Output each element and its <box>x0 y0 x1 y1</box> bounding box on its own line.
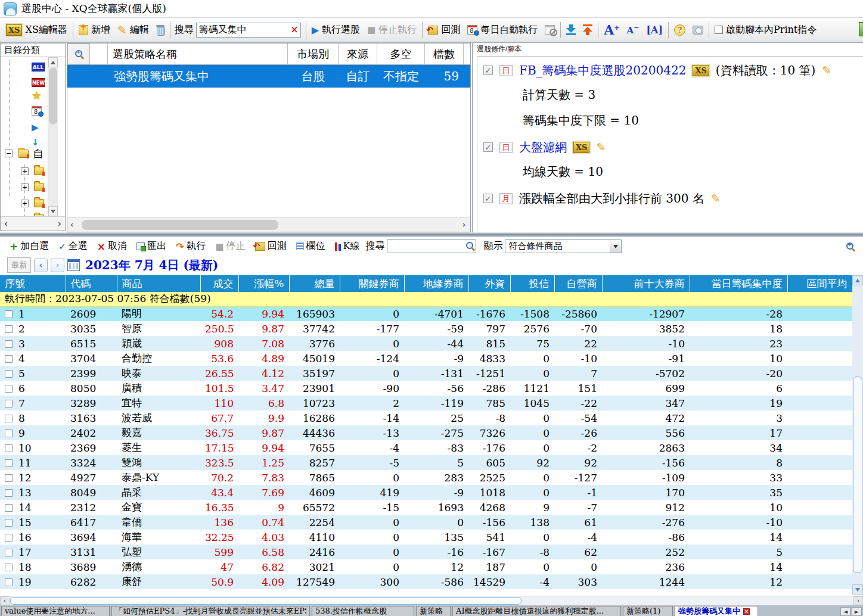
display-dropdown[interactable]: 符合條件商品 <box>505 239 622 253</box>
add-button[interactable]: 新增 <box>75 22 114 38</box>
delete-button[interactable] <box>153 23 168 37</box>
calendar-picker-icon[interactable] <box>67 259 80 271</box>
add-watchlist-button[interactable]: +加自選 <box>5 239 54 254</box>
result-vertical-scrollbar[interactable] <box>852 275 863 595</box>
condition-checkbox[interactable]: ✓ <box>483 66 493 75</box>
export-button[interactable] <box>579 23 596 37</box>
stock-row[interactable]: 173131弘塑5996.5824160-16-167-8622525 <box>0 545 852 559</box>
row-checkbox[interactable] <box>5 519 13 527</box>
latest-button[interactable]: 最新 <box>7 257 31 273</box>
tab-scroll-left-button[interactable]: ◄ <box>840 607 850 616</box>
scroll-left-button[interactable]: ‹ <box>70 220 74 230</box>
column-header[interactable]: 代碼 <box>66 275 117 292</box>
panel-splitter[interactable] <box>0 232 863 237</box>
cancel-auto-button[interactable] <box>541 23 558 36</box>
run-screen-button[interactable]: ▶ 執行選股 <box>308 22 364 38</box>
kline-button[interactable]: K線 <box>330 239 365 254</box>
expand-expander[interactable]: + <box>21 167 29 175</box>
header-direction[interactable]: 多空 <box>377 43 425 64</box>
strategy-tab[interactable]: 新策略(1) <box>623 606 673 616</box>
catalog-item-all[interactable]: ALL <box>32 60 46 72</box>
row-checkbox[interactable] <box>5 504 13 512</box>
magnifier-icon[interactable] <box>465 241 474 250</box>
scroll-left-button[interactable]: ‹ <box>0 596 10 605</box>
xs-script-icon[interactable]: XS <box>573 142 589 153</box>
column-header[interactable]: 總量 <box>289 275 340 292</box>
column-header[interactable]: 外資 <box>468 275 510 292</box>
strategy-tab[interactable]: 新策略 <box>416 606 451 616</box>
tab-scroll-right-button[interactable]: ► <box>852 607 862 616</box>
scroll-thumb[interactable] <box>10 597 521 605</box>
result-horizontal-scrollbar[interactable]: ‹ › <box>0 596 863 605</box>
stock-row[interactable]: 102369菱生17.159.947655-4-83-1760-2286334 <box>0 440 852 455</box>
row-checkbox[interactable] <box>5 444 13 452</box>
print-checkbox[interactable] <box>715 26 723 34</box>
xs-editor-button[interactable]: XS XS編輯器 <box>2 22 71 38</box>
column-header[interactable]: 關鍵券商 <box>340 275 404 292</box>
stock-row[interactable]: 52399映泰26.554.12351970-131-125107-5702-2… <box>0 366 852 381</box>
cancel-button[interactable]: ×取消 <box>92 239 132 254</box>
row-checkbox[interactable] <box>5 325 13 333</box>
select-all-button[interactable]: ✓全選 <box>54 239 92 254</box>
row-checkbox[interactable] <box>5 340 13 348</box>
row-checkbox[interactable] <box>5 564 13 571</box>
scroll-left-button[interactable]: ‹ <box>4 218 8 229</box>
stock-row[interactable]: 163694海華32.254.03411001355410-4-8614 <box>0 530 852 545</box>
catalog-item-favorite[interactable]: ★ <box>32 90 46 102</box>
condition-checkbox[interactable]: ✓ <box>483 194 493 203</box>
columns-button[interactable]: 欄位 <box>291 239 330 254</box>
row-checkbox[interactable] <box>5 459 13 467</box>
stock-row[interactable]: 142312金寶16.35965572-15169342689-791210 <box>0 500 852 515</box>
edit-pencil-icon[interactable]: ✎ <box>596 142 606 153</box>
collapse-expander[interactable]: − <box>5 150 13 157</box>
edit-button[interactable]: ✎ 編輯 <box>114 22 153 38</box>
help-button[interactable]: ? <box>670 23 689 38</box>
stock-row[interactable]: 83163波若威67.79.916286-1425-80-544723 <box>0 410 852 425</box>
strategy-tab[interactable]: 「如何預估EPS4」-找到月營收成長亮眼並預估未來EPS... <box>111 606 310 616</box>
zoom-icon[interactable]: + <box>846 242 855 251</box>
row-checkbox[interactable] <box>5 489 13 497</box>
catalog-item-schedule[interactable]: 8 <box>32 106 46 118</box>
xs-script-icon[interactable]: XS <box>693 65 709 76</box>
strategy-search-button[interactable]: + <box>67 43 90 64</box>
row-checkbox[interactable] <box>5 310 13 318</box>
scroll-up-button[interactable] <box>48 57 58 67</box>
backtest-button[interactable]: 回測 <box>250 239 291 254</box>
clear-search-icon[interactable]: × <box>290 24 298 35</box>
strategy-tab[interactable]: 強勢股籌碼又集中× <box>675 606 758 616</box>
result-search-input[interactable] <box>387 239 476 253</box>
column-header[interactable]: 漲幅% <box>238 275 289 292</box>
row-checkbox[interactable] <box>5 385 13 393</box>
row-checkbox[interactable] <box>5 415 13 422</box>
column-header[interactable]: 序號 <box>0 275 66 292</box>
daily-auto-button[interactable]: 8 每日自動執行 <box>464 22 541 38</box>
stock-row[interactable]: 183689湧德476.8230210121870023614 <box>0 559 852 574</box>
stock-row[interactable]: 68050廣積101.53.4723901-90-56-286112115169… <box>0 381 852 396</box>
edit-pencil-icon[interactable]: ✎ <box>711 193 721 204</box>
column-header[interactable]: 當日籌碼集中度 <box>690 275 787 292</box>
column-header[interactable]: 成交 <box>200 275 238 292</box>
scroll-right-button[interactable]: › <box>853 596 863 605</box>
row-checkbox[interactable] <box>5 474 13 482</box>
prev-day-button[interactable]: ‹ <box>34 259 48 272</box>
stock-row[interactable]: 73289宜特1106.8107232-1197851045-2234719 <box>0 396 852 410</box>
scroll-thumb[interactable] <box>49 68 57 125</box>
folder-label[interactable]: 自 <box>33 147 44 161</box>
import-button[interactable] <box>563 23 579 37</box>
stock-row[interactable]: 23035智原250.59.8737742-177-597972576-7038… <box>0 321 852 336</box>
strategy-tab[interactable]: 538.投信作帳概念股 <box>312 606 414 616</box>
font-default-button[interactable]: [A] <box>642 23 666 38</box>
column-header[interactable]: 前十大券商 <box>602 275 690 292</box>
expand-expander[interactable]: + <box>21 200 29 207</box>
scroll-down-button[interactable] <box>852 584 863 595</box>
condition-checkbox[interactable]: ✓ <box>483 142 493 152</box>
backtest-button[interactable]: 回測 <box>424 22 464 38</box>
condition-name[interactable]: 大盤濾網 <box>519 139 567 155</box>
scroll-thumb[interactable] <box>82 220 278 230</box>
row-checkbox[interactable] <box>5 534 13 542</box>
font-smaller-button[interactable]: A− <box>623 22 643 38</box>
header-source[interactable]: 來源 <box>339 43 377 64</box>
stock-row[interactable]: 124927泰鼎-KY70.27.837865028325250-127-109… <box>0 470 852 485</box>
row-checkbox[interactable] <box>5 578 13 586</box>
strategy-tab[interactable]: AI概念股距離目標價還很遠的獲利穩定股... <box>452 606 621 616</box>
